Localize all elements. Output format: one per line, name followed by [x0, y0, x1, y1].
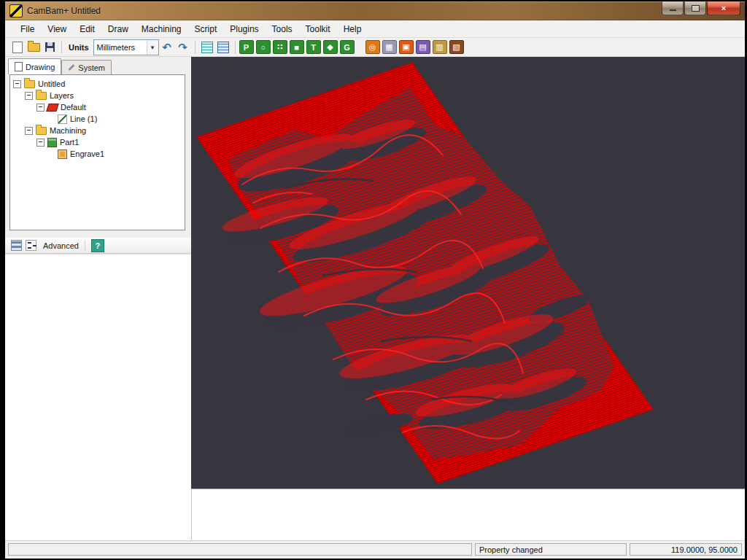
machining-options-icon: ▦ [385, 42, 392, 52]
tab-drawing[interactable]: Drawing [8, 58, 61, 74]
menu-toolkit[interactable]: Toolkit [299, 22, 337, 36]
window-controls: × [661, 1, 740, 15]
status-bar: Property changed 119.0000, 95.0000 [5, 540, 745, 559]
sort-az-icon [26, 240, 36, 251]
text-button[interactable]: T [306, 40, 321, 54]
close-button[interactable]: × [707, 1, 740, 15]
tree-item-label: Machining [50, 126, 86, 135]
menu-script[interactable]: Script [188, 22, 224, 36]
open-file-icon [28, 43, 40, 52]
viewport-3d[interactable] [191, 57, 745, 489]
units-label: Units [69, 43, 89, 52]
part-icon [47, 138, 57, 147]
toolbar-separator [61, 41, 62, 54]
surface-button[interactable]: ◆ [323, 40, 338, 54]
sort-alphabetical-button[interactable] [24, 239, 37, 252]
region-icon: G [344, 43, 350, 52]
window-frame: CamBam+ Untitled × File View Edit Draw M… [5, 1, 745, 559]
status-left-cell [8, 543, 472, 556]
help-button[interactable]: ? [91, 239, 104, 252]
edit-gcode-button[interactable]: ▤ [416, 40, 430, 54]
grid-snap-icon [201, 42, 213, 53]
help-icon: ? [96, 241, 101, 250]
sidebar-tabs: Drawing System [8, 58, 191, 74]
polyline-button[interactable]: P [239, 40, 254, 54]
circle-button[interactable]: ○ [256, 40, 271, 54]
collapse-icon[interactable] [25, 92, 33, 100]
window-title: CamBam+ Untitled [27, 6, 101, 16]
tree-item-label: Engrave1 [70, 149, 104, 158]
document-icon [15, 62, 23, 71]
simulate-button[interactable]: ▥ [433, 40, 447, 54]
text-icon: T [311, 43, 316, 52]
collapse-icon[interactable] [36, 104, 44, 112]
save-icon [45, 42, 55, 52]
tree-item-layers[interactable]: Layers [10, 90, 185, 101]
tab-system[interactable]: System [61, 60, 112, 74]
menu-machining[interactable]: Machining [135, 22, 188, 36]
menu-edit[interactable]: Edit [73, 22, 101, 36]
maximize-button[interactable] [684, 1, 706, 15]
menu-draw[interactable]: Draw [101, 22, 135, 36]
minimize-button[interactable] [662, 1, 684, 15]
new-file-button[interactable] [9, 39, 26, 55]
tree-item-machining[interactable]: Machining [10, 125, 185, 136]
tree-item-label: Default [61, 103, 86, 112]
drawing-tree[interactable]: Untitled Layers Default Line (1) [9, 74, 185, 230]
points-button[interactable]: ∷ [273, 40, 287, 54]
line-icon [58, 114, 67, 124]
region-button[interactable]: G [340, 40, 355, 54]
toolpath-icon: ◎ [369, 42, 376, 52]
titlebar[interactable]: CamBam+ Untitled × [5, 1, 745, 20]
menu-plugins[interactable]: Plugins [223, 22, 265, 36]
cambam-logo-icon [9, 4, 23, 18]
tree-item-label: Untitled [38, 79, 65, 88]
menu-view[interactable]: View [41, 22, 73, 36]
units-dropdown-arrow-icon[interactable]: ▾ [147, 40, 158, 55]
rectangle-icon: ■ [294, 43, 299, 52]
sidebar: Drawing System Untitled Layers [5, 57, 191, 541]
undo-button[interactable]: ↶ [159, 39, 175, 55]
terrain-mesh [191, 57, 745, 489]
collapse-icon[interactable] [25, 127, 33, 135]
categorized-view-button[interactable] [9, 239, 23, 252]
tool-library-button[interactable]: ▧ [449, 40, 464, 54]
rectangle-button[interactable]: ■ [290, 40, 304, 54]
tree-item-line-1[interactable]: Line (1) [10, 113, 185, 125]
tree-item-untitled[interactable]: Untitled [10, 78, 185, 90]
tree-item-part1[interactable]: Part1 [10, 136, 185, 148]
menu-help[interactable]: Help [337, 22, 368, 36]
circle-icon: ○ [260, 43, 266, 52]
properties-toolbar: Advanced ? [5, 238, 191, 254]
units-value: Millimeters [94, 43, 147, 52]
machining-options-button[interactable]: ▦ [382, 40, 397, 54]
close-icon: × [721, 4, 726, 12]
redo-button[interactable]: ↷ [175, 39, 191, 55]
menu-tools[interactable]: Tools [266, 22, 299, 36]
grid-snap-button[interactable] [199, 39, 215, 55]
open-file-button[interactable] [26, 39, 42, 55]
toolpath-button[interactable]: ◎ [365, 40, 380, 54]
polyline-icon: P [244, 43, 249, 52]
save-button[interactable] [42, 39, 58, 55]
engrave-icon [58, 149, 67, 159]
menu-file[interactable]: File [14, 22, 41, 36]
properties-panel [5, 254, 191, 541]
grid-display-button[interactable] [215, 39, 231, 55]
minimize-icon [670, 9, 676, 11]
generate-gcode-button[interactable]: ▣ [399, 40, 414, 54]
tree-item-default[interactable]: Default [10, 101, 185, 113]
collapse-icon[interactable] [13, 80, 21, 88]
generate-gcode-icon: ▣ [402, 42, 409, 52]
main-toolbar: Units Millimeters ▾ ↶ ↷ P ○ ∷ ■ T ◆ G ◎ … [5, 38, 745, 57]
maximize-icon [692, 5, 700, 12]
tab-system-label: System [78, 63, 105, 72]
advanced-toggle[interactable]: Advanced [43, 241, 79, 250]
undo-icon: ↶ [162, 41, 171, 54]
folder-icon [24, 80, 35, 88]
collapse-icon[interactable] [36, 139, 44, 147]
units-combobox[interactable]: Millimeters ▾ [93, 39, 159, 55]
tool-library-icon: ▧ [452, 42, 460, 52]
tree-item-engrave1[interactable]: Engrave1 [10, 148, 185, 160]
content-area: Drawing System Untitled Layers [5, 57, 745, 541]
